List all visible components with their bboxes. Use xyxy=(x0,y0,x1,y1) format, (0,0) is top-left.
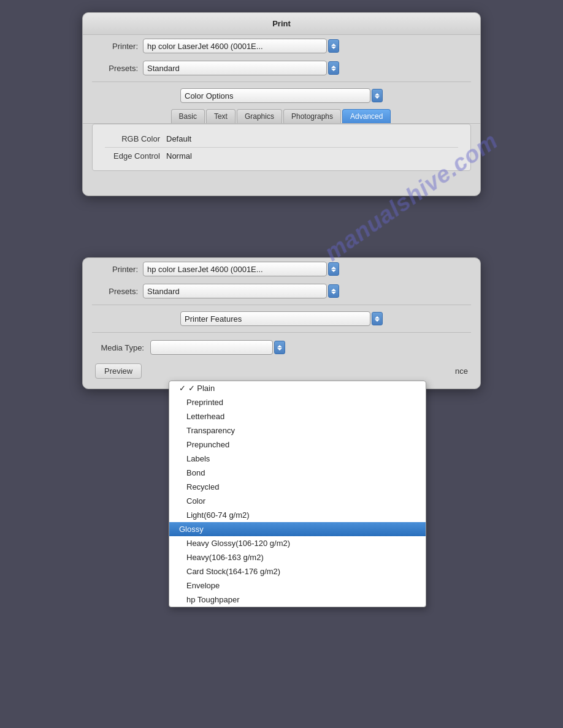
section-select-container2: Printer Features xyxy=(180,311,383,326)
separator1 xyxy=(92,82,471,82)
stepper-up-icon xyxy=(331,267,336,269)
presets-stepper2[interactable] xyxy=(328,284,339,298)
section-select-container: Color Options xyxy=(180,88,383,103)
dropdown-item[interactable]: hp Toughpaper xyxy=(169,593,426,607)
presets-select-container2: Standard xyxy=(143,284,339,298)
printer-stepper[interactable] xyxy=(328,39,339,53)
dropdown-item[interactable]: Card Stock(164-176 g/m2) xyxy=(169,564,426,578)
presets-label2: Presets: xyxy=(95,287,138,296)
dropdown-item[interactable]: Transparency xyxy=(169,423,426,438)
dropdown-item[interactable]: Glossy xyxy=(169,522,426,536)
printer-label: Printer: xyxy=(95,42,138,51)
tabs-container: Basic Text Graphics Photographs Advanced xyxy=(83,107,480,124)
dropdown-item[interactable]: Preprinted xyxy=(169,395,426,409)
printer-select-container2: hp color LaserJet 4600 (0001E... xyxy=(143,262,339,276)
tab-text[interactable]: Text xyxy=(206,109,236,123)
rgb-color-label: RGB Color xyxy=(105,134,160,143)
presets-value: Standard xyxy=(147,64,323,73)
section-stepper[interactable] xyxy=(372,89,383,102)
rgb-color-value: Default xyxy=(166,134,191,143)
tab-advanced[interactable]: Advanced xyxy=(342,109,391,123)
printer-label2: Printer: xyxy=(95,265,138,274)
section-select[interactable]: Color Options xyxy=(180,88,370,103)
dropdown-item[interactable]: ✓ Plain xyxy=(169,381,426,395)
dropdown-item[interactable]: Heavy(106-163 g/m2) xyxy=(169,550,426,564)
media-select[interactable] xyxy=(150,340,273,355)
presets-stepper[interactable] xyxy=(328,61,339,75)
preview-row: Preview nce xyxy=(83,360,480,382)
separator2 xyxy=(92,305,471,305)
separator3 xyxy=(92,332,471,333)
section-value2: Printer Features xyxy=(185,314,366,324)
tab-content: RGB Color Default Edge Control Normal xyxy=(92,124,471,171)
print-dialog-panel2: Printer: hp color LaserJet 4600 (0001E..… xyxy=(82,257,481,389)
section-dropdown-row2: Printer Features xyxy=(83,308,480,330)
stepper-down-icon xyxy=(331,47,336,49)
printer-row: Printer: hp color LaserJet 4600 (0001E..… xyxy=(83,35,480,57)
printer-stepper2[interactable] xyxy=(328,262,339,276)
print-dialog-panel1: Print Printer: hp color LaserJet 4600 (0… xyxy=(82,12,481,196)
presets-select-container: Standard xyxy=(143,61,339,75)
dropdown-item[interactable]: Labels xyxy=(169,452,426,466)
dropdown-item[interactable]: Prepunched xyxy=(169,438,426,452)
dropdown-item[interactable]: Letterhead xyxy=(169,409,426,423)
edge-control-value: Normal xyxy=(166,151,192,161)
dropdown-item[interactable]: Envelope xyxy=(169,578,426,593)
presets-label: Presets: xyxy=(95,64,138,73)
media-bottom-row: Media Type: xyxy=(83,335,480,360)
panel-bottom-space xyxy=(83,171,480,183)
stepper-up-icon xyxy=(277,345,282,347)
stepper-down-icon xyxy=(331,69,336,71)
rgb-color-row: RGB Color Default xyxy=(105,131,458,148)
tab-basic[interactable]: Basic xyxy=(171,109,205,123)
preview-button[interactable]: Preview xyxy=(95,363,142,379)
edge-control-row: Edge Control Normal xyxy=(105,148,458,164)
presets-row2: Presets: Standard xyxy=(83,280,480,302)
dialog-title: Print xyxy=(83,13,480,35)
printer-select-container: hp color LaserJet 4600 (0001E... xyxy=(143,39,339,53)
printer-select2[interactable]: hp color LaserJet 4600 (0001E... xyxy=(143,262,327,276)
section-value: Color Options xyxy=(185,91,366,100)
printer-value: hp color LaserJet 4600 (0001E... xyxy=(147,42,323,51)
section-stepper2[interactable] xyxy=(372,312,383,325)
printer-select[interactable]: hp color LaserJet 4600 (0001E... xyxy=(143,39,327,53)
dropdown-item[interactable]: Color xyxy=(169,494,426,508)
stepper-down-icon xyxy=(331,270,336,272)
stepper-down-icon xyxy=(277,348,282,351)
printer-value2: hp color LaserJet 4600 (0001E... xyxy=(147,265,323,274)
dropdown-item[interactable]: Light(60-74 g/m2) xyxy=(169,508,426,522)
stepper-up-icon xyxy=(331,66,336,68)
stepper-down-icon xyxy=(375,319,380,322)
presets-select2[interactable]: Standard xyxy=(143,284,327,298)
section-select2[interactable]: Printer Features xyxy=(180,311,370,326)
media-stepper[interactable] xyxy=(274,341,285,354)
media-type-label: Media Type: xyxy=(95,343,144,352)
presets-value2: Standard xyxy=(147,287,323,296)
media-type-dropdown[interactable]: ✓ PlainPreprintedLetterheadTransparencyP… xyxy=(169,381,426,607)
dropdown-item[interactable]: Bond xyxy=(169,466,426,480)
printer-row2: Printer: hp color LaserJet 4600 (0001E..… xyxy=(83,258,480,280)
tab-photographs[interactable]: Photographs xyxy=(283,109,341,123)
presets-row: Presets: Standard xyxy=(83,57,480,79)
media-select-container xyxy=(150,340,285,355)
dropdown-item[interactable]: Recycled xyxy=(169,480,426,494)
advance-partial-text: nce xyxy=(455,366,468,376)
tab-graphics[interactable]: Graphics xyxy=(237,109,282,123)
stepper-down-icon xyxy=(331,292,336,294)
presets-select[interactable]: Standard xyxy=(143,61,327,75)
section-dropdown-row: Color Options xyxy=(83,85,480,107)
stepper-down-icon xyxy=(375,96,380,99)
stepper-up-icon xyxy=(331,44,336,46)
stepper-up-icon xyxy=(375,93,380,96)
stepper-up-icon xyxy=(331,289,336,291)
dropdown-item[interactable]: Heavy Glossy(106-120 g/m2) xyxy=(169,536,426,550)
stepper-up-icon xyxy=(375,316,380,319)
edge-control-label: Edge Control xyxy=(105,151,160,161)
